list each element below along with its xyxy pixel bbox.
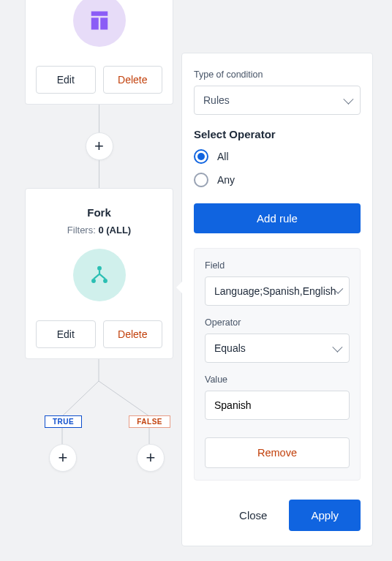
operator-select[interactable]: Equals bbox=[205, 334, 350, 363]
radio-unchecked-icon bbox=[194, 173, 208, 187]
operator-label: Operator bbox=[205, 317, 350, 328]
layout-icon bbox=[88, 10, 110, 31]
radio-label: All bbox=[217, 151, 229, 162]
remove-rule-button[interactable]: Remove bbox=[205, 437, 350, 468]
branch-true-label: TRUE bbox=[45, 415, 82, 428]
operator-all-radio[interactable]: All bbox=[194, 149, 361, 164]
chevron-down-icon bbox=[335, 286, 343, 294]
add-node-true-button[interactable]: + bbox=[49, 444, 77, 472]
connector-line bbox=[99, 105, 99, 132]
add-node-false-button[interactable]: + bbox=[137, 444, 165, 472]
svg-rect-1 bbox=[91, 18, 98, 29]
svg-rect-0 bbox=[91, 12, 108, 16]
value-input[interactable] bbox=[205, 391, 350, 420]
apply-button[interactable]: Apply bbox=[289, 500, 361, 531]
node-title: Fork bbox=[26, 206, 173, 219]
select-operator-heading: Select Operator bbox=[194, 128, 361, 140]
fork-icon bbox=[88, 263, 111, 287]
value-label: Value bbox=[205, 374, 350, 385]
chevron-down-icon bbox=[332, 342, 342, 353]
svg-point-3 bbox=[97, 266, 102, 271]
operator-any-radio[interactable]: Any bbox=[194, 173, 361, 187]
branch-false-label: FALSE bbox=[129, 415, 170, 428]
add-node-button[interactable]: + bbox=[86, 132, 113, 160]
chevron-down-icon bbox=[343, 94, 353, 105]
template-icon bbox=[73, 0, 126, 47]
branch-lines bbox=[25, 359, 173, 454]
edit-button[interactable]: Edit bbox=[36, 66, 96, 94]
radio-label: Any bbox=[217, 174, 235, 186]
svg-point-4 bbox=[91, 279, 96, 283]
condition-panel: Type of condition Rules Select Operator … bbox=[181, 53, 373, 546]
fork-branches: TRUE FALSE + + bbox=[25, 359, 173, 454]
add-rule-button[interactable]: Add rule bbox=[194, 203, 361, 233]
fork-icon-circle bbox=[73, 249, 126, 301]
svg-point-5 bbox=[103, 279, 108, 283]
fork-card: Fork Filters: 0 (ALL) Edit Delete bbox=[25, 188, 173, 359]
flow-column: Edit Delete + Fork Filters: 0 (ALL) Edit… bbox=[25, 0, 173, 454]
svg-rect-2 bbox=[100, 18, 108, 29]
field-select[interactable]: Language;Spanish,English bbox=[205, 276, 350, 306]
node-card: Edit Delete bbox=[25, 0, 173, 105]
field-label: Field bbox=[205, 260, 350, 271]
radio-checked-icon bbox=[194, 149, 208, 164]
node-subtitle: Filters: 0 (ALL) bbox=[26, 225, 173, 236]
delete-button[interactable]: Delete bbox=[103, 66, 163, 94]
type-of-condition-label: Type of condition bbox=[194, 69, 361, 80]
panel-footer: Close Apply bbox=[194, 500, 361, 531]
delete-button[interactable]: Delete bbox=[103, 320, 163, 348]
connector-line bbox=[99, 160, 99, 188]
close-button[interactable]: Close bbox=[232, 505, 274, 526]
type-of-condition-select[interactable]: Rules bbox=[194, 86, 361, 115]
edit-button[interactable]: Edit bbox=[36, 320, 96, 348]
rule-box: Field Language;Spanish,English Operator … bbox=[194, 248, 361, 481]
